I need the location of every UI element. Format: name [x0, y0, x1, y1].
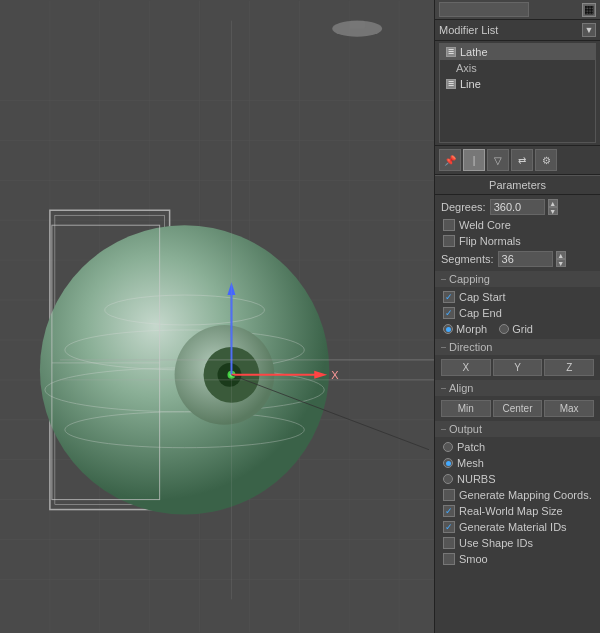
top-icon: ▦: [582, 3, 596, 17]
flip-normals-label: Flip Normals: [459, 235, 521, 247]
morph-label: Morph: [456, 323, 487, 335]
parameters-body: Degrees: 360.0 ▲ ▼ Weld Core Flip Normal…: [435, 195, 600, 633]
align-min-button[interactable]: Min: [441, 400, 491, 417]
funnel-button[interactable]: ▽: [487, 149, 509, 171]
align-buttons: Min Center Max: [435, 398, 600, 419]
weld-core-checkbox[interactable]: [443, 219, 455, 231]
mesh-radio[interactable]: [443, 458, 453, 468]
flip-normals-row[interactable]: Flip Normals: [435, 233, 600, 249]
output-title: Output: [449, 423, 482, 435]
viewport[interactable]: front: [0, 0, 435, 633]
morph-option[interactable]: Morph: [443, 323, 487, 335]
config-button[interactable]: ⚙: [535, 149, 557, 171]
direction-x-button[interactable]: X: [441, 359, 491, 376]
svg-text:X: X: [331, 369, 339, 381]
direction-y-button[interactable]: Y: [493, 359, 543, 376]
transfer-button[interactable]: ⇄: [511, 149, 533, 171]
cap-end-label: Cap End: [459, 307, 502, 319]
mesh-row[interactable]: Mesh: [435, 455, 600, 471]
parameters-header: Parameters: [435, 175, 600, 195]
degrees-label: Degrees:: [441, 201, 486, 213]
gen-mat-label: Generate Material IDs: [459, 521, 567, 533]
smooth-label: Smoo: [459, 553, 488, 565]
real-world-row[interactable]: Real-World Map Size: [435, 503, 600, 519]
direction-buttons: X Y Z: [435, 357, 600, 378]
cap-end-checkbox[interactable]: [443, 307, 455, 319]
top-bar: Line01 ▦: [435, 0, 600, 20]
align-center-button[interactable]: Center: [493, 400, 543, 417]
degrees-row: Degrees: 360.0 ▲ ▼: [435, 197, 600, 217]
degrees-up[interactable]: ▲: [548, 199, 558, 207]
segments-row: Segments: 36 ▲ ▼: [435, 249, 600, 269]
modifier-list-dropdown[interactable]: ▼: [582, 23, 596, 37]
weld-core-label: Weld Core: [459, 219, 511, 231]
bar-button[interactable]: |: [463, 149, 485, 171]
line-icon: ☰: [446, 79, 456, 89]
real-world-label: Real-World Map Size: [459, 505, 563, 517]
align-section-header[interactable]: – Align: [435, 380, 600, 396]
stack-item-axis-label: Axis: [456, 62, 477, 74]
object-name-input[interactable]: Line01: [439, 2, 529, 17]
gen-mat-checkbox[interactable]: [443, 521, 455, 533]
patch-label: Patch: [457, 441, 485, 453]
pin-button[interactable]: 📌: [439, 149, 461, 171]
modifier-list-label: Modifier List: [439, 24, 498, 36]
segments-down[interactable]: ▼: [556, 259, 566, 267]
stack-empty: [440, 92, 595, 142]
segments-up[interactable]: ▲: [556, 251, 566, 259]
gen-map-row[interactable]: Generate Mapping Coords.: [435, 487, 600, 503]
nurbs-label: NURBS: [457, 473, 496, 485]
degrees-spinner[interactable]: ▲ ▼: [548, 199, 558, 215]
degrees-input[interactable]: 360.0: [490, 199, 545, 215]
stack-item-line-label: Line: [460, 78, 481, 90]
morph-grid-row: Morph Grid: [435, 321, 600, 337]
modifier-list-bar: Modifier List ▼: [435, 20, 600, 41]
direction-toggle: –: [441, 342, 446, 352]
gen-map-label: Generate Mapping Coords.: [459, 489, 592, 501]
nurbs-radio[interactable]: [443, 474, 453, 484]
weld-core-row[interactable]: Weld Core: [435, 217, 600, 233]
stack-item-line[interactable]: ☰ Line: [440, 76, 595, 92]
cap-start-checkbox[interactable]: [443, 291, 455, 303]
stack-item-axis[interactable]: Axis: [440, 60, 595, 76]
grid-radio[interactable]: [499, 324, 509, 334]
gen-mat-row[interactable]: Generate Material IDs: [435, 519, 600, 535]
patch-row[interactable]: Patch: [435, 439, 600, 455]
scene-canvas: X: [0, 0, 434, 633]
smooth-checkbox[interactable]: [443, 553, 455, 565]
cap-start-row[interactable]: Cap Start: [435, 289, 600, 305]
real-world-checkbox[interactable]: [443, 505, 455, 517]
align-title: Align: [449, 382, 473, 394]
nurbs-row[interactable]: NURBS: [435, 471, 600, 487]
morph-radio[interactable]: [443, 324, 453, 334]
use-shape-label: Use Shape IDs: [459, 537, 533, 549]
degrees-down[interactable]: ▼: [548, 207, 558, 215]
right-panel: Line01 ▦ Modifier List ▼ ☰ Lathe Axis ☰ …: [435, 0, 600, 633]
cap-end-row[interactable]: Cap End: [435, 305, 600, 321]
align-max-button[interactable]: Max: [544, 400, 594, 417]
grid-label: Grid: [512, 323, 533, 335]
smooth-row[interactable]: Smoo: [435, 551, 600, 567]
stack-item-lathe-label: Lathe: [460, 46, 488, 58]
toolbar-row: 📌 | ▽ ⇄ ⚙: [435, 145, 600, 175]
segments-label: Segments:: [441, 253, 494, 265]
output-toggle: –: [441, 424, 446, 434]
cap-start-label: Cap Start: [459, 291, 505, 303]
segments-input[interactable]: 36: [498, 251, 553, 267]
direction-z-button[interactable]: Z: [544, 359, 594, 376]
direction-title: Direction: [449, 341, 492, 353]
stack-item-lathe[interactable]: ☰ Lathe: [440, 44, 595, 60]
segments-spinner[interactable]: ▲ ▼: [556, 251, 566, 267]
lathe-icon: ☰: [446, 47, 456, 57]
gen-map-checkbox[interactable]: [443, 489, 455, 501]
grid-option[interactable]: Grid: [499, 323, 533, 335]
flip-normals-checkbox[interactable]: [443, 235, 455, 247]
capping-toggle: –: [441, 274, 446, 284]
capping-section-header[interactable]: – Capping: [435, 271, 600, 287]
patch-radio[interactable]: [443, 442, 453, 452]
use-shape-row[interactable]: Use Shape IDs: [435, 535, 600, 551]
use-shape-checkbox[interactable]: [443, 537, 455, 549]
output-section-header[interactable]: – Output: [435, 421, 600, 437]
direction-section-header[interactable]: – Direction: [435, 339, 600, 355]
align-toggle: –: [441, 383, 446, 393]
